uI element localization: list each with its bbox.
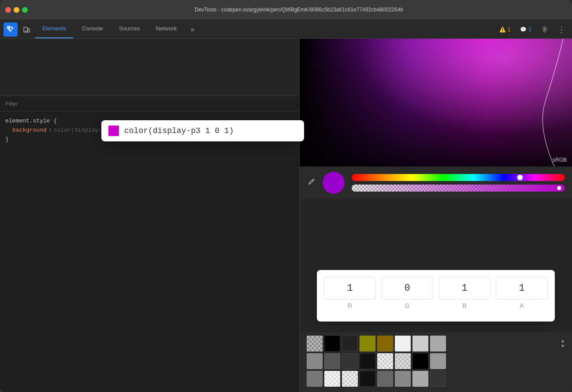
tab-console[interactable]: Console <box>75 19 110 38</box>
chat-icon: 💬 <box>520 26 527 33</box>
swatch-scroll[interactable]: ▲ ▼ <box>561 339 565 348</box>
close-button[interactable] <box>5 7 11 13</box>
more-tabs-button[interactable]: » <box>186 22 200 37</box>
swatch-dark3[interactable] <box>342 353 358 369</box>
title-bar: DevTools - codepen.io/argyleink/pen/QWBg… <box>0 0 572 19</box>
svg-rect-2 <box>28 29 30 32</box>
color-preview-circle <box>323 172 345 194</box>
eyedropper-icon[interactable] <box>307 178 316 189</box>
swatch-black4[interactable] <box>360 371 375 387</box>
swatch-gray3[interactable] <box>307 353 323 369</box>
inspector-icon[interactable] <box>4 22 18 37</box>
swatch-black1[interactable] <box>324 336 340 351</box>
traffic-lights <box>5 7 28 13</box>
a-field: A <box>496 277 548 309</box>
color-tooltip: color(display-p3 1 0 1) <box>101 120 304 141</box>
swatch-gray2[interactable] <box>430 336 446 351</box>
swatch-gray8[interactable] <box>412 371 428 387</box>
swatch-gray7[interactable] <box>395 371 411 387</box>
r-input[interactable] <box>324 277 376 300</box>
swatch-olive[interactable] <box>360 336 375 351</box>
swatch-dark2[interactable] <box>324 353 340 369</box>
swatch-gray1[interactable] <box>412 336 428 351</box>
gradient-curve-svg <box>484 39 572 166</box>
filter-input[interactable] <box>5 100 294 107</box>
picker-controls <box>300 166 572 199</box>
swatch-light-checker2[interactable] <box>342 371 358 387</box>
swatch-gray5[interactable] <box>307 371 323 387</box>
swatch-dark1[interactable] <box>342 336 358 351</box>
more-options-icon[interactable]: ⋮ <box>554 22 568 37</box>
svg-line-4 <box>312 180 313 181</box>
devtools-window: DevTools - codepen.io/argyleink/pen/QWBg… <box>0 0 572 392</box>
rgba-row: R G B A <box>324 277 548 309</box>
g-input[interactable] <box>381 277 433 300</box>
css-panel: element.style { background : color(displ… <box>0 111 299 392</box>
a-input[interactable] <box>496 277 548 300</box>
b-input[interactable] <box>438 277 490 300</box>
swatch-light-checker1[interactable] <box>324 371 340 387</box>
swatch-down-arrow[interactable]: ▼ <box>561 344 565 348</box>
hue-slider[interactable] <box>352 174 565 181</box>
swatch-light1[interactable] <box>395 336 411 351</box>
devtools-toolbar: Elements Console Sources Network » ⚠️ 1 … <box>0 19 572 39</box>
swatch-checker3[interactable] <box>395 353 411 369</box>
device-mode-icon[interactable] <box>19 22 33 37</box>
swatches-area: ▲ ▼ <box>300 332 572 392</box>
warning-icon: ⚠️ <box>499 26 506 33</box>
swatch-gray6[interactable] <box>377 371 393 387</box>
messages-badge[interactable]: 💬 1 <box>516 25 535 34</box>
r-label: R <box>348 302 352 309</box>
maximize-button[interactable] <box>22 7 28 13</box>
srgb-label: sRGB <box>553 157 567 163</box>
css-property: background <box>12 126 47 135</box>
color-gradient-area[interactable]: sRGB <box>300 39 572 166</box>
tab-elements[interactable]: Elements <box>35 19 73 38</box>
swatch-black3[interactable] <box>412 353 428 369</box>
r-field: R <box>324 277 376 309</box>
g-label: G <box>405 302 410 309</box>
swatch-brown[interactable] <box>377 336 393 351</box>
slider-area <box>352 174 565 192</box>
tab-sources[interactable]: Sources <box>112 19 147 38</box>
b-field: B <box>438 277 490 309</box>
tab-network[interactable]: Network <box>149 19 184 38</box>
swatches-row-3 <box>307 371 565 387</box>
swatches-row-2 <box>307 353 565 369</box>
html-tree-area <box>0 39 299 96</box>
left-panel: element.style { background : color(displ… <box>0 39 300 392</box>
a-label: A <box>520 302 524 309</box>
toolbar-right: ⚠️ 1 💬 1 ⋮ <box>496 22 568 37</box>
minimize-button[interactable] <box>14 7 19 13</box>
color-swatch-small[interactable] <box>108 126 119 136</box>
rgba-inputs-popup: R G B A <box>317 270 555 322</box>
warnings-badge[interactable]: ⚠️ 1 <box>496 25 514 34</box>
swatches-row-1: ▲ ▼ <box>307 336 565 351</box>
swatch-checkered[interactable] <box>307 336 323 351</box>
right-panel: sRGB <box>300 39 572 392</box>
swatch-checker2[interactable] <box>377 353 393 369</box>
swatch-black2[interactable] <box>360 353 375 369</box>
color-tooltip-text: color(display-p3 1 0 1) <box>124 126 234 135</box>
swatch-dark4[interactable] <box>430 371 446 387</box>
swatch-up-arrow[interactable]: ▲ <box>561 339 565 343</box>
b-label: B <box>462 302 466 309</box>
devtools-body: element.style { background : color(displ… <box>0 39 572 392</box>
swatch-gray4[interactable] <box>430 353 446 369</box>
svg-point-3 <box>25 31 26 31</box>
window-title: DevTools - codepen.io/argyleink/pen/QWBg… <box>31 7 567 13</box>
settings-icon[interactable] <box>538 22 552 37</box>
alpha-slider[interactable] <box>352 185 565 192</box>
filter-bar <box>0 96 299 111</box>
g-field: G <box>381 277 433 309</box>
